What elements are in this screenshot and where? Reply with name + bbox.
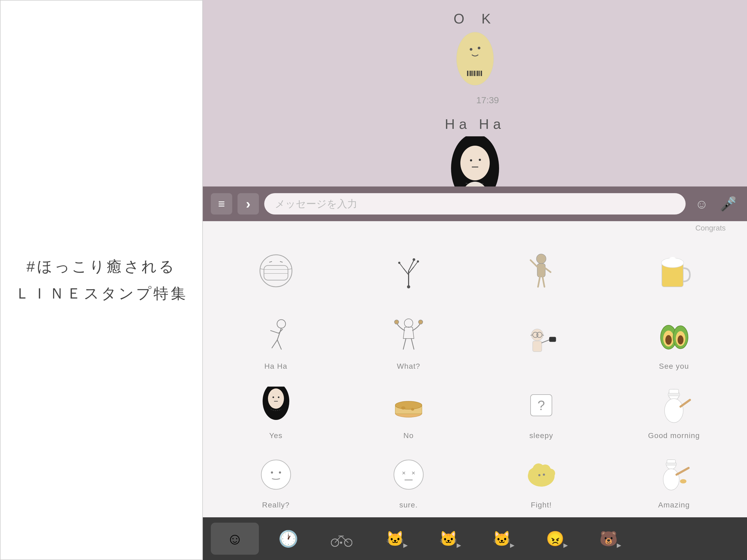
sticker-cell-2[interactable]	[343, 240, 473, 304]
ok-sticker-image	[435, 27, 515, 91]
sticker-img-13	[213, 451, 338, 499]
sticker-cell-1[interactable]	[211, 240, 341, 304]
sticker-cell-10[interactable]: No	[343, 379, 473, 443]
sticker-img-8	[612, 312, 736, 360]
sticker-cell-15[interactable]: Fight!	[476, 448, 607, 512]
sticker-svg-4	[655, 252, 693, 290]
tab-sticker1[interactable]	[317, 523, 366, 555]
right-panel: O K	[203, 0, 747, 560]
tab-sticker3[interactable]: 🐱 ▶	[424, 523, 472, 555]
emoji-icon: ☺	[695, 197, 708, 211]
sticker-cell-5[interactable]: Ha Ha	[211, 309, 341, 373]
sticker-svg-5	[257, 317, 294, 354]
svg-point-80	[395, 401, 422, 409]
svg-point-103	[543, 474, 545, 476]
sticker-label-13: Really?	[262, 501, 289, 509]
sticker-cell-7[interactable]	[476, 309, 607, 373]
svg-line-38	[531, 260, 537, 267]
svg-point-102	[538, 474, 540, 476]
svg-point-76	[278, 396, 279, 398]
svg-line-57	[411, 339, 414, 349]
tab-sticker2[interactable]: 🐱 ▶	[371, 523, 419, 555]
sticker-cell-8[interactable]: See you	[609, 309, 739, 373]
svg-rect-64	[533, 341, 542, 352]
haha-character-svg	[438, 136, 512, 186]
sticker-cell-4[interactable]	[609, 240, 739, 304]
sticker4-tab-icon: 🐱 ▶	[488, 528, 515, 549]
tab-sticker6[interactable]: 🐻 ▶	[585, 523, 633, 555]
ok-character-svg	[443, 29, 507, 88]
sticker-svg-12	[655, 386, 693, 424]
expand-button[interactable]: ›	[237, 193, 259, 214]
tab-sticker5[interactable]: 😠 ▶	[531, 523, 579, 555]
svg-line-24	[260, 269, 264, 269]
sticker-cell-13[interactable]: Really?	[211, 448, 341, 512]
menu-button[interactable]: ≡	[211, 193, 232, 214]
svg-point-109	[680, 479, 687, 483]
sticker3-tab-icon: 🐱 ▶	[435, 528, 462, 549]
sticker-cell-16[interactable]: Amazing	[609, 448, 739, 512]
sticker-svg-11: ?	[522, 386, 560, 424]
tab-emoji[interactable]: ☺	[211, 523, 259, 555]
svg-point-14	[470, 159, 472, 161]
svg-rect-3	[467, 71, 468, 76]
mic-button[interactable]: 🎤	[718, 193, 739, 214]
menu-icon: ≡	[218, 197, 225, 211]
svg-point-0	[456, 32, 494, 85]
ok-label: O K	[448, 11, 502, 27]
sticker-img-2	[346, 242, 471, 299]
svg-point-54	[394, 320, 399, 324]
sticker-img-3	[479, 242, 604, 299]
svg-point-53	[404, 319, 413, 327]
svg-line-52	[277, 340, 281, 349]
congrats-partial-label: Congrats	[695, 224, 726, 235]
svg-point-101	[546, 469, 555, 478]
sticker-cell-14[interactable]: × × sure.	[343, 448, 473, 512]
sticker-img-6	[346, 312, 471, 360]
sticker-cell-3[interactable]	[476, 240, 607, 304]
sticker-cell-9[interactable]: Yes	[211, 379, 341, 443]
page-title: #ほっこり癒される ＬＩＮＥスタンプ特集	[15, 253, 188, 307]
left-panel: #ほっこり癒される ＬＩＮＥスタンプ特集	[0, 0, 203, 560]
svg-text:?: ?	[538, 398, 545, 413]
sticker-label-5: Ha Ha	[264, 362, 287, 371]
svg-point-91	[271, 472, 273, 474]
tab-recent[interactable]: 🕐	[264, 523, 312, 555]
sticker-svg-14: × ×	[390, 456, 427, 493]
svg-point-93	[394, 460, 423, 489]
sticker-cell-12[interactable]: Good morning	[609, 379, 739, 443]
svg-text:×: ×	[412, 469, 415, 477]
svg-rect-106	[666, 463, 676, 465]
message-placeholder: メッセージを入力	[275, 197, 357, 211]
svg-line-41	[543, 277, 544, 287]
svg-rect-5	[470, 71, 471, 76]
sticker-svg-15	[522, 456, 560, 493]
svg-line-22	[269, 262, 272, 262]
svg-line-48	[277, 328, 281, 340]
svg-point-75	[273, 396, 274, 398]
tab-sticker4[interactable]: 🐱 ▶	[478, 523, 526, 555]
emoji-button[interactable]: ☺	[691, 193, 712, 214]
svg-rect-37	[537, 264, 545, 277]
svg-point-107	[663, 469, 679, 490]
sticker-cell-6[interactable]: What?	[343, 309, 473, 373]
recent-tab-icon: 🕐	[278, 529, 299, 548]
input-bar: ≡ › メッセージを入力 ☺ 🎤	[203, 186, 747, 221]
svg-line-27	[403, 268, 409, 275]
haha-message-block: Ha Ha 17:	[438, 116, 512, 186]
sticker-svg-2	[390, 252, 427, 290]
message-input[interactable]: メッセージを入力	[264, 193, 686, 214]
sticker-label-12: Good morning	[648, 431, 700, 440]
svg-rect-4	[469, 71, 469, 76]
sticker-img-14: × ×	[346, 451, 471, 499]
svg-point-88	[665, 399, 683, 423]
sticker-label-15: Fight!	[531, 501, 552, 509]
ok-left: O	[454, 11, 470, 27]
haha-character	[438, 136, 512, 186]
svg-point-32	[398, 262, 400, 264]
sticker-svg-8	[655, 317, 693, 354]
svg-point-35	[413, 258, 415, 261]
svg-line-28	[409, 267, 414, 273]
svg-line-49	[271, 330, 279, 333]
sticker-cell-11[interactable]: ? sleepy	[476, 379, 607, 443]
